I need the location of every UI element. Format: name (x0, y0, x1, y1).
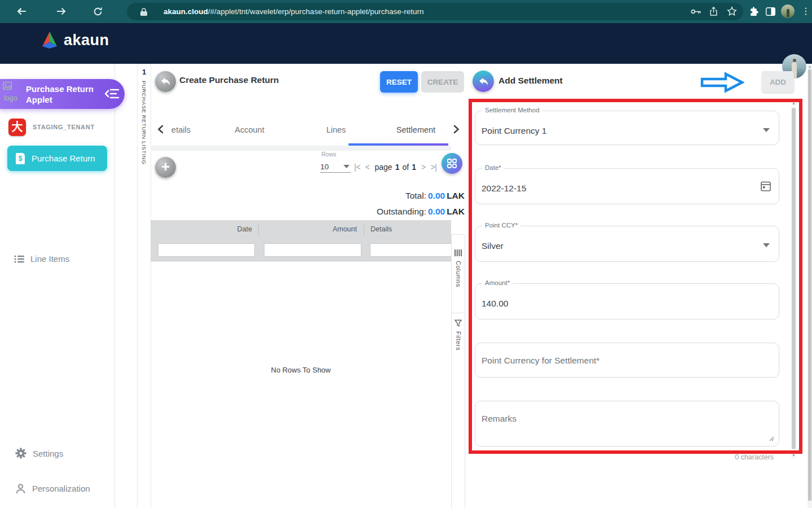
total-pages: 1 (412, 163, 416, 172)
outstanding-row: Outstanding:0.00LAK (282, 204, 465, 220)
total-row: Total:0.00LAK (282, 188, 465, 204)
page-scrollbar[interactable]: ▲ (807, 64, 812, 508)
browser-back-icon[interactable] (17, 7, 27, 15)
tenant-logo-icon[interactable]: 大 (8, 119, 26, 136)
extensions-puzzle-icon[interactable] (749, 6, 759, 16)
amount-field[interactable]: Amount* 140.00 (475, 283, 779, 319)
sidebar-item-personalization[interactable]: Personalization (15, 483, 90, 494)
bookmark-star-icon[interactable] (727, 6, 737, 16)
screen: akaun.cloud/#/applet/tnt/wavelet/erp/pur… (0, 0, 812, 508)
tabs-divider (151, 146, 451, 151)
browser-forward-icon[interactable] (56, 7, 66, 15)
field-label: Settlement Method (482, 107, 542, 113)
of-word: of (402, 163, 409, 172)
grid-sidebar: Columns Filters (451, 234, 465, 508)
back-button[interactable] (155, 71, 176, 92)
akaun-triangle-icon (39, 31, 60, 49)
brand-logo: akaun (39, 31, 109, 49)
chevron-down-icon (763, 128, 770, 132)
document-dollar-icon: $ (16, 153, 25, 164)
point-ccy-select[interactable]: Point CCY* Silver (475, 226, 779, 262)
applet-title: Purchase Return Applet (26, 84, 102, 105)
calendar-icon[interactable] (761, 181, 771, 191)
details-filter-input[interactable] (370, 243, 456, 257)
sidebar-item-label: Settings (33, 449, 63, 458)
point-currency-settlement-select[interactable]: Point Currency for Settlement* (475, 343, 779, 378)
side-panel-icon[interactable] (766, 7, 775, 16)
url-domain: akaun.cloud (164, 7, 208, 16)
first-page-button[interactable]: |< (354, 163, 360, 172)
empty-table-message: No Rows To Show (151, 366, 451, 374)
column-header-details[interactable]: Details (370, 220, 444, 238)
tab-account[interactable]: Account (206, 117, 293, 143)
tabs-scroll-right-icon[interactable] (453, 125, 462, 136)
scrollbar-thumb[interactable] (808, 69, 811, 501)
tab-details[interactable]: etails (156, 117, 206, 143)
reset-button[interactable]: RESET (380, 71, 418, 93)
share-icon[interactable] (709, 6, 718, 16)
panel-scrollbar[interactable]: ▲ ▼ (791, 99, 797, 459)
logo-alt-text: logo (4, 94, 17, 102)
person-icon (15, 483, 26, 494)
chevron-down-icon (343, 165, 350, 168)
character-count: 0 characters (735, 453, 774, 461)
resize-handle-icon[interactable] (769, 436, 774, 441)
filters-tool-label: Filters (455, 331, 462, 351)
total-value: 0.00 (428, 191, 445, 200)
browser-menu-icon[interactable]: ⋮ (801, 6, 810, 16)
key-icon[interactable] (691, 8, 701, 15)
scrollbar-thumb[interactable] (792, 108, 796, 449)
column-header-date[interactable]: Date (151, 220, 252, 238)
settlement-method-select[interactable]: Settlement Method Point Currency 1 (475, 111, 779, 145)
listing-vertical-tab[interactable]: 1 PURCHASE RETURN LISTING (137, 64, 151, 508)
scroll-down-icon[interactable]: ▼ (791, 453, 797, 457)
filters-tool[interactable]: Filters (452, 319, 465, 351)
sidebar-item-purchase-return[interactable]: $ Purchase Return (7, 146, 107, 171)
columns-icon (454, 249, 462, 256)
panel-back-button[interactable] (473, 71, 494, 92)
grid-icon (447, 159, 457, 168)
broken-logo-image: logo (3, 82, 24, 106)
field-value: 140.00 (482, 299, 508, 309)
date-filter-input[interactable] (158, 243, 255, 257)
browser-refresh-icon[interactable] (93, 7, 103, 16)
last-page-button[interactable]: >| (431, 163, 437, 172)
add-settlement-button[interactable]: ADD (762, 71, 794, 93)
back-arrow-icon (479, 77, 488, 86)
field-value: Point Currency 1 (482, 126, 546, 136)
scroll-up-icon[interactable]: ▲ (791, 101, 797, 105)
current-page: 1 (395, 163, 400, 172)
rows-per-page-select[interactable]: 10 (320, 161, 351, 173)
browser-profile-avatar[interactable] (781, 5, 795, 18)
previous-page-button[interactable]: < (365, 163, 370, 172)
create-button[interactable]: CREATE (421, 71, 464, 93)
brand-name: akaun (64, 32, 109, 49)
tab-settlement[interactable]: Settlement (383, 117, 448, 143)
grid-view-button[interactable] (442, 153, 462, 174)
scroll-up-icon[interactable]: ▲ (807, 65, 812, 68)
sidebar-item-settings[interactable]: Settings (15, 448, 63, 459)
field-value: Silver (482, 241, 504, 251)
tab-lines[interactable]: Lines (293, 117, 379, 143)
applet-header[interactable]: logo Purchase Return Applet (0, 79, 125, 109)
field-placeholder: Remarks (482, 414, 517, 424)
add-row-button[interactable]: + (155, 157, 176, 178)
remarks-textarea[interactable]: Remarks (475, 401, 779, 446)
filter-funnel-icon (454, 319, 462, 327)
total-label: Total: (405, 191, 426, 200)
browser-url-bar[interactable]: akaun.cloud/#/applet/tnt/wavelet/erp/pur… (127, 3, 743, 20)
date-field[interactable]: Date* 2022-12-15 (475, 168, 779, 204)
sidebar-item-line-items[interactable]: Line Items (14, 254, 69, 264)
column-header-amount[interactable]: Amount (258, 220, 357, 238)
amount-filter-input[interactable] (264, 243, 361, 257)
field-value: 2022-12-15 (482, 183, 526, 194)
collapse-sidebar-icon[interactable] (105, 87, 120, 102)
outstanding-label: Outstanding: (377, 207, 426, 216)
columns-tool-label: Columns (455, 261, 462, 287)
pagination: |< < page 1 of 1 > >| (354, 163, 436, 172)
next-page-button[interactable]: > (421, 163, 426, 172)
columns-tool[interactable]: Columns (452, 249, 465, 287)
page-word: page (375, 163, 392, 172)
listing-tab-index: 1 (138, 68, 151, 76)
app-header: akaun (0, 23, 812, 64)
